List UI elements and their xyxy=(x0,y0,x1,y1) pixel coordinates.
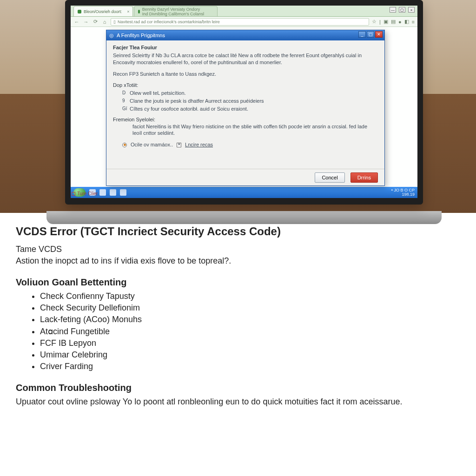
laptop-bezel: Bleon/Oosrieh doort: × Bennity Dazyrl Ve… xyxy=(65,0,423,205)
bullet-text: Clane the jouts ie pesk is dhatfer Aurre… xyxy=(130,98,264,105)
nav-back-icon[interactable]: ← xyxy=(73,19,80,25)
dialog-body: Facjer Tlea Fouiur Seinred Scleirtty if … xyxy=(106,40,384,169)
lock-icon: ▯ xyxy=(113,20,116,24)
tab-label: Bennity Dazyrl Versiaty Ondory Ind Divni… xyxy=(142,7,207,16)
browser-window: Bleon/Oosrieh doort: × Bennity Dazyrl Ve… xyxy=(71,6,417,198)
window-controls: — ▢ × xyxy=(390,7,415,13)
list-item: Check Security Dellefionim xyxy=(40,303,460,313)
article-line: Tame VCDS xyxy=(16,245,460,254)
dialog-close-button[interactable]: ✕ xyxy=(375,31,383,38)
list-item: FCF IB Lepyon xyxy=(40,338,460,348)
dialog-bullet: 9Clane the jouts ie pesk is dhatfer Aurr… xyxy=(122,98,378,105)
list-item: Atɑcind Fungetible xyxy=(40,326,460,337)
checkbox-label: Lncire recas xyxy=(185,141,213,148)
aux-badge: Ture Cíier xyxy=(72,191,98,196)
dialog-titlebar[interactable]: ◎ A Fenfityn Prigpitmns _ ▢ ✕ xyxy=(106,30,384,40)
section-heading: Voliuon Goanl Bettenting xyxy=(16,277,460,288)
dialog-maximize-button[interactable]: ▢ xyxy=(367,31,374,38)
toolbar-icon[interactable]: ● xyxy=(398,19,402,25)
article-body: VCDS Error (TGCT Incriect Security Acces… xyxy=(0,213,476,407)
app-icon: ◎ xyxy=(109,33,114,39)
dialog-paragraph: Seinred Scleirtty if Nb 3u CLA arcra cot… xyxy=(113,52,378,66)
nav-home-icon[interactable]: ⌂ xyxy=(101,19,108,25)
toolbar-icon[interactable]: ◧ xyxy=(404,19,409,25)
favicon-icon xyxy=(78,10,81,13)
address-text: Navitest.rad ad cor infiecionok's osomta… xyxy=(118,20,220,24)
dialog-subheading: Fremeion Syelolei: xyxy=(113,116,378,123)
taskbar-item[interactable] xyxy=(110,189,116,196)
list-item: Lack-feting (ACoo) Monuhs xyxy=(40,315,460,324)
bullet-marker: 9 xyxy=(122,98,127,105)
dialog-footer: Concel Drrins xyxy=(106,169,384,185)
nav-reload-icon[interactable]: ⟳ xyxy=(92,19,99,25)
dialog-subheading: Dop xTotiit: xyxy=(113,82,378,89)
laptop-base xyxy=(46,211,442,224)
window-minimize-button[interactable]: — xyxy=(390,7,396,13)
badge-icon xyxy=(72,192,75,196)
clock-text: 198.19 xyxy=(391,192,415,197)
browser-tabstrip: Bleon/Oosrieh doort: × Bennity Dazyrl Ve… xyxy=(71,6,417,17)
dialog-option-row: Ocile ov mamáox.. ✕ Lncire recas xyxy=(122,141,378,148)
dialog-minimize-button[interactable]: _ xyxy=(358,31,366,38)
browser-toolbar: ← → ⟳ ⌂ ▯ Navitest.rad ad cor infieciono… xyxy=(71,17,417,27)
cancel-button[interactable]: Concel xyxy=(315,172,344,183)
list-item: Criver Farding xyxy=(40,362,460,371)
toolbar-menu-icon[interactable]: ≡ xyxy=(412,19,415,25)
nav-forward-icon[interactable]: → xyxy=(83,19,89,25)
list-item: Check Confienny Tapusty xyxy=(40,291,460,301)
badge-text: Ture Cíier xyxy=(77,191,98,196)
taskbar-item[interactable] xyxy=(99,189,106,196)
system-tray[interactable]: • JO B O CP 198.19 xyxy=(391,188,415,197)
article-paragraph: Upuator cout ovline psloway Yo lo poont … xyxy=(16,397,460,407)
toolbar-icon[interactable]: ☆ xyxy=(372,19,377,25)
bullet-text: Olew well teL petsicítion. xyxy=(130,90,186,97)
page-title: VCDS Error (TGCT Incriect Security Acces… xyxy=(16,225,460,238)
section-heading: Common Troubleshooting xyxy=(16,383,460,393)
browser-tab-active[interactable]: Bleon/Oosrieh doort: × xyxy=(73,6,133,16)
favicon-icon xyxy=(138,10,140,13)
toolbar-icon[interactable]: ▤ xyxy=(391,19,396,25)
radio-button[interactable] xyxy=(122,143,127,147)
dialog-line: Recon FP3 Sunietch a ltante to Uass ndkg… xyxy=(113,71,378,78)
radio-label: Ocile ov mamáox.. xyxy=(131,141,173,148)
toolbar-right: ☆ | ▣ ▤ ● ◧ ≡ xyxy=(372,19,415,25)
laptop-photo-region: Bleon/Oosrieh doort: × Bennity Dazyrl Ve… xyxy=(0,0,476,213)
bullet-list: Check Confienny Tapusty Check Security D… xyxy=(16,291,460,371)
dialog-controls: _ ▢ ✕ xyxy=(358,31,383,38)
window-maximize-button[interactable]: ▢ xyxy=(399,7,405,13)
browser-content: ◎ A Fenfityn Prigpitmns _ ▢ ✕ Facjer Tle… xyxy=(71,27,417,198)
bullet-marker: Gí xyxy=(122,106,127,112)
tab-label: Bleon/Oosrieh doort: xyxy=(84,9,122,14)
checkbox[interactable]: ✕ xyxy=(177,143,181,147)
list-item: Umimar Celebring xyxy=(40,350,460,360)
tab-close-icon[interactable]: × xyxy=(127,9,129,14)
ok-button[interactable]: Drrins xyxy=(350,172,378,183)
toolbar-icon[interactable]: ▣ xyxy=(383,19,388,25)
bullet-text: Cíltes cy four osofoce aotoribł. auid or… xyxy=(130,106,248,112)
address-bar[interactable]: ▯ Navitest.rad ad cor infiecionok's osom… xyxy=(111,18,369,26)
dialog-heading: Facjer Tlea Fouiur xyxy=(113,44,378,51)
dialog-bullet: DOlew well teL petsicítion. xyxy=(122,90,378,97)
dialog-title-text: A Fenfityn Prigpitmns xyxy=(117,33,165,38)
bullet-marker: D xyxy=(122,90,127,97)
dialog-bullet: GíCíltes cy four osofoce aotoribł. auid … xyxy=(122,106,378,112)
taskbar-item[interactable] xyxy=(120,189,126,196)
taskbar: • JO B O CP 198.19 xyxy=(71,187,417,198)
dialog-paragraph: faciot Nereitins is thit Way friero nist… xyxy=(132,123,378,137)
browser-tab-inactive[interactable]: Bennity Dazyrl Versiaty Ondory Ind Divni… xyxy=(134,6,218,16)
article-line: Astion the inopct ad to ins íf vidia exi… xyxy=(16,256,460,266)
window-close-button[interactable]: × xyxy=(408,7,415,13)
toolbar-divider: | xyxy=(379,19,381,25)
dialog-window: ◎ A Fenfityn Prigpitmns _ ▢ ✕ Facjer Tle… xyxy=(106,30,385,186)
